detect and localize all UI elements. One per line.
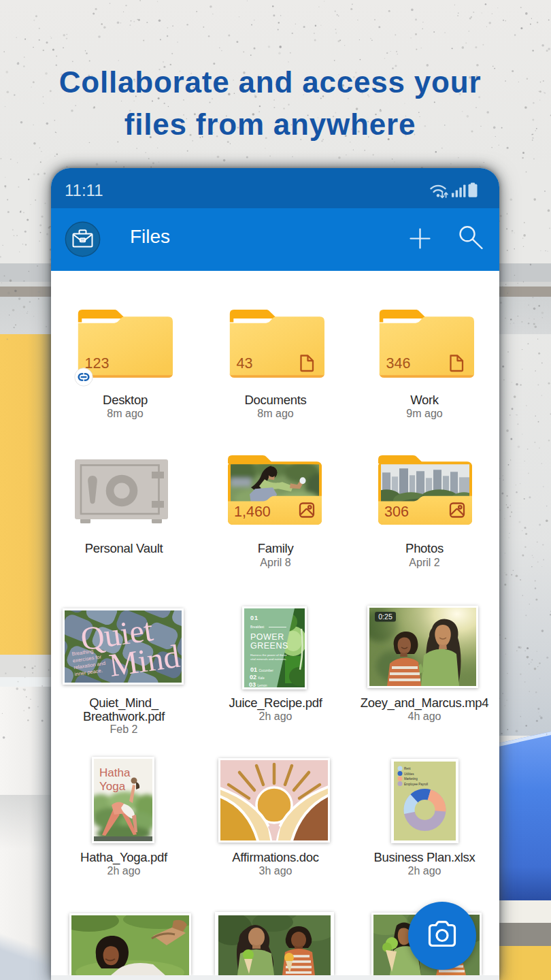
svg-text:Breakfast: Breakfast bbox=[250, 625, 265, 629]
svg-text:vital minerals and nutrients.: vital minerals and nutrients. bbox=[250, 657, 286, 661]
svg-text:346: 346 bbox=[386, 355, 411, 372]
svg-text:POWER: POWER bbox=[250, 632, 284, 642]
svg-text:GREENS: GREENS bbox=[250, 641, 288, 651]
svg-text:Marketing: Marketing bbox=[404, 777, 418, 781]
svg-text:1,460: 1,460 bbox=[234, 504, 271, 520]
svg-text:Employee Payroll: Employee Payroll bbox=[404, 783, 428, 786]
svg-text:Yoga: Yoga bbox=[99, 780, 126, 793]
svg-text:0:25: 0:25 bbox=[378, 612, 393, 621]
svg-text:Hatha: Hatha bbox=[99, 766, 131, 779]
svg-text:306: 306 bbox=[384, 504, 409, 520]
svg-text:43: 43 bbox=[237, 355, 253, 372]
svg-text:Harness the power of these: Harness the power of these bbox=[250, 653, 287, 657]
svg-text:Rent: Rent bbox=[404, 767, 411, 770]
svg-text:01: 01 bbox=[250, 615, 258, 621]
svg-text:Utilities: Utilities bbox=[404, 772, 414, 776]
